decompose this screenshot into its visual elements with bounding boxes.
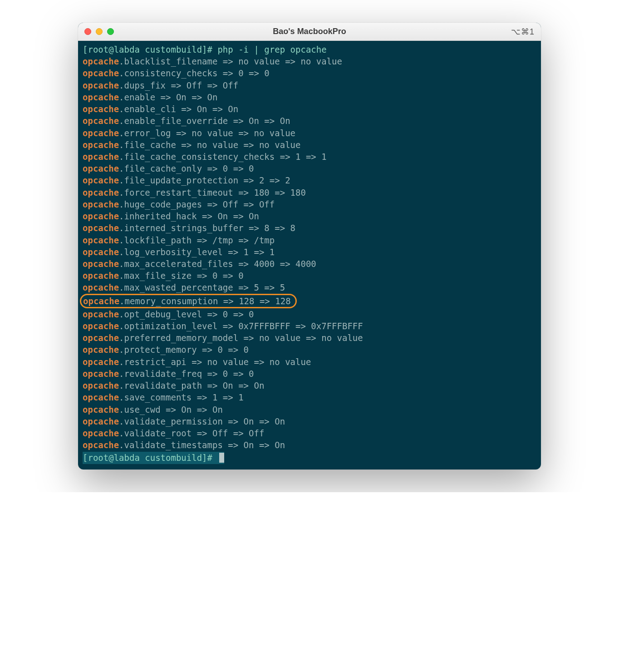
- opcache-key: opcache: [83, 357, 119, 367]
- opcache-value: .interned_strings_buffer => 8 => 8: [119, 223, 295, 233]
- opcache-key: opcache: [83, 92, 119, 102]
- output-line: opcache.interned_strings_buffer => 8 => …: [83, 222, 536, 234]
- command-prompt-cursor: [root@labda custombuild]#: [83, 452, 224, 464]
- output-line: opcache.max_accelerated_files => 4000 =>…: [83, 258, 536, 270]
- opcache-key: opcache: [83, 235, 119, 245]
- highlighted-line: opcache.memory_consumption => 128 => 128: [80, 294, 297, 308]
- output-line: opcache.log_verbosity_level => 1 => 1: [83, 246, 536, 258]
- output-line: opcache.inherited_hack => On => On: [83, 210, 536, 222]
- opcache-key: opcache: [83, 188, 119, 198]
- command-prompt: [root@labda custombuild]# php -i | grep …: [83, 44, 536, 55]
- opcache-key: opcache: [83, 140, 119, 150]
- opcache-value: .optimization_level => 0x7FFFBFFF => 0x7…: [119, 321, 363, 331]
- opcache-value: .revalidate_freq => 0 => 0: [119, 369, 254, 379]
- titlebar: Bao's MacbookPro ⌥⌘1: [78, 23, 541, 41]
- output-line: opcache.save_comments => 1 => 1: [83, 391, 536, 403]
- opcache-value: .file_cache_consistency_checks => 1 => 1: [119, 152, 327, 162]
- opcache-key: opcache: [83, 428, 119, 438]
- opcache-value: .validate_root => Off => Off: [119, 428, 264, 438]
- output-line: opcache.max_wasted_percentage => 5 => 5: [83, 282, 536, 293]
- opcache-key: opcache: [83, 56, 119, 66]
- opcache-key: opcache: [83, 282, 119, 292]
- output-line: opcache.error_log => no value => no valu…: [83, 127, 536, 139]
- window-title: Bao's MacbookPro: [78, 27, 541, 36]
- opcache-value: .enable => On => On: [119, 92, 217, 102]
- output-line: opcache.restrict_api => no value => no v…: [83, 356, 536, 368]
- opcache-key: opcache: [83, 223, 119, 233]
- opcache-value: .memory_consumption => 128 => 128: [119, 296, 291, 306]
- opcache-value: .max_wasted_percentage => 5 => 5: [119, 282, 285, 292]
- opcache-value: .max_file_size => 0 => 0: [119, 271, 244, 281]
- opcache-value: .file_cache => no value => no value: [119, 140, 300, 150]
- output-line: opcache.force_restart_timeout => 180 => …: [83, 187, 536, 198]
- opcache-key: opcache: [83, 345, 119, 355]
- opcache-key: opcache: [83, 321, 119, 331]
- opcache-key: opcache: [83, 309, 119, 319]
- opcache-value: .enable_file_override => On => On: [119, 116, 290, 126]
- output-line: opcache.enable_cli => On => On: [83, 103, 536, 115]
- opcache-key: opcache: [83, 199, 119, 209]
- opcache-key: opcache: [83, 104, 119, 114]
- opcache-value: .huge_code_pages => Off => Off: [119, 199, 275, 209]
- opcache-value: .validate_timestamps => On => On: [119, 440, 285, 450]
- opcache-key: opcache: [83, 80, 119, 90]
- opcache-key: opcache: [83, 296, 119, 306]
- output-line: opcache.optimization_level => 0x7FFFBFFF…: [83, 320, 536, 332]
- opcache-key: opcache: [83, 369, 119, 379]
- output-line: opcache.protect_memory => 0 => 0: [83, 344, 536, 356]
- opcache-key: opcache: [83, 380, 119, 390]
- output-line: opcache.file_cache => no value => no val…: [83, 139, 536, 151]
- opcache-value: .dups_fix => Off => Off: [119, 80, 238, 90]
- opcache-key: opcache: [83, 392, 119, 402]
- output-line: opcache.validate_permission => On => On: [83, 415, 536, 427]
- output-line: opcache.enable => On => On: [83, 91, 536, 103]
- output-line: opcache.revalidate_path => On => On: [83, 380, 536, 391]
- output-line: opcache.file_cache_only => 0 => 0: [83, 163, 536, 174]
- opcache-key: opcache: [83, 247, 119, 257]
- output-line: opcache.blacklist_filename => no value =…: [83, 55, 536, 67]
- output-line: opcache.huge_code_pages => Off => Off: [83, 198, 536, 210]
- opcache-value: .file_cache_only => 0 => 0: [119, 163, 254, 173]
- opcache-value: .error_log => no value => no value: [119, 128, 295, 138]
- output-line: opcache.preferred_memory_model => no val…: [83, 332, 536, 344]
- output-line: opcache.file_update_protection => 2 => 2: [83, 174, 536, 186]
- opcache-key: opcache: [83, 211, 119, 221]
- opcache-value: .force_restart_timeout => 180 => 180: [119, 188, 306, 198]
- output-line: opcache.file_cache_consistency_checks =>…: [83, 151, 536, 163]
- output-line: opcache.lockfile_path => /tmp => /tmp: [83, 234, 536, 246]
- opcache-value: .use_cwd => On => On: [119, 405, 223, 415]
- output-line: opcache.opt_debug_level => 0 => 0: [83, 308, 536, 320]
- opcache-value: .inherited_hack => On => On: [119, 211, 259, 221]
- output-line: opcache.validate_root => Off => Off: [83, 427, 536, 439]
- opcache-key: opcache: [83, 416, 119, 426]
- cursor-icon: [219, 453, 224, 463]
- output-line: opcache.dups_fix => Off => Off: [83, 79, 536, 91]
- opcache-value: .blacklist_filename => no value => no va…: [119, 56, 342, 66]
- opcache-key: opcache: [83, 405, 119, 415]
- opcache-value: .revalidate_path => On => On: [119, 380, 264, 390]
- opcache-value: .save_comments => 1 => 1: [119, 392, 244, 402]
- terminal-body[interactable]: [root@labda custombuild]# php -i | grep …: [78, 41, 541, 469]
- output-line: opcache.revalidate_freq => 0 => 0: [83, 368, 536, 380]
- opcache-value: .max_accelerated_files => 4000 => 4000: [119, 259, 316, 269]
- opcache-value: .enable_cli => On => On: [119, 104, 238, 114]
- opcache-key: opcache: [83, 163, 119, 173]
- opcache-key: opcache: [83, 440, 119, 450]
- output-line: opcache.enable_file_override => On => On: [83, 115, 536, 127]
- opcache-value: .restrict_api => no value => no value: [119, 357, 311, 367]
- opcache-key: opcache: [83, 128, 119, 138]
- output-line: opcache.consistency_checks => 0 => 0: [83, 67, 536, 79]
- output-line: opcache.memory_consumption => 128 => 128: [83, 294, 536, 308]
- opcache-key: opcache: [83, 68, 119, 78]
- opcache-value: .consistency_checks => 0 => 0: [119, 68, 270, 78]
- opcache-key: opcache: [83, 152, 119, 162]
- opcache-value: .lockfile_path => /tmp => /tmp: [119, 235, 275, 245]
- opcache-value: .file_update_protection => 2 => 2: [119, 175, 290, 185]
- output-line: opcache.validate_timestamps => On => On: [83, 439, 536, 451]
- opcache-value: .validate_permission => On => On: [119, 416, 285, 426]
- opcache-value: .protect_memory => 0 => 0: [119, 345, 249, 355]
- opcache-key: opcache: [83, 259, 119, 269]
- output-line: opcache.max_file_size => 0 => 0: [83, 270, 536, 282]
- opcache-value: .preferred_memory_model => no value => n…: [119, 333, 363, 343]
- terminal-window: Bao's MacbookPro ⌥⌘1 [root@labda customb…: [78, 23, 541, 469]
